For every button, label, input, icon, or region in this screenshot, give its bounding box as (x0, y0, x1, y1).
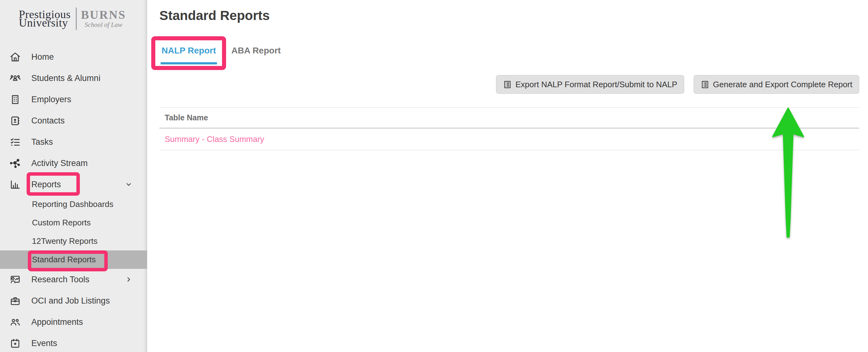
chevron-down-icon (124, 180, 133, 189)
sidebar-item-label: Students & Alumni (31, 73, 100, 83)
sidebar-item-label: Research Tools (31, 275, 90, 284)
logo-divider (76, 7, 77, 30)
sidebar-item-events[interactable]: Events (0, 332, 147, 352)
sidebar-item-tasks[interactable]: Tasks (0, 131, 147, 152)
university-name: Prestigious University (19, 10, 71, 27)
research-tools-icon (9, 274, 21, 285)
sidebar-item-label: Home (31, 52, 54, 62)
school-name: BURNS (81, 9, 126, 20)
sidebar-item-label: Events (31, 339, 57, 348)
page-title: Standard Reports (159, 8, 270, 23)
sidebar-item-label: OCI and Job Listings (31, 296, 110, 306)
report-list-icon (503, 80, 512, 89)
sidebar-item-label: Appointments (31, 317, 83, 327)
sidebar-nav: Home Students & Alumni (0, 46, 147, 352)
events-icon (9, 338, 21, 349)
sidebar-item-label: 12Twenty Reports (32, 236, 98, 246)
table-row: Summary - Class Summary (159, 129, 859, 150)
tab-aba-report[interactable]: ABA Report (231, 46, 281, 56)
table-name-column-header: Table Name (165, 113, 208, 122)
sidebar-item-label: Employers (31, 95, 71, 104)
tasks-icon (9, 136, 21, 148)
sidebar-item-students-alumni[interactable]: Students & Alumni (0, 68, 147, 89)
contacts-icon (9, 115, 21, 127)
sidebar-item-12twenty-reports[interactable]: 12Twenty Reports (0, 232, 147, 250)
export-nalp-format-button[interactable]: Export NALP Format Report/Submit to NALP (496, 75, 684, 94)
tab-nalp-report[interactable]: NALP Report (162, 46, 216, 56)
sidebar-item-reports[interactable]: Reports (0, 174, 147, 195)
summary-class-summary-link[interactable]: Summary - Class Summary (165, 134, 264, 144)
reports-icon (9, 179, 21, 190)
sidebar-item-label: Activity Stream (31, 159, 88, 168)
tab-active-underline (161, 62, 217, 64)
standard-reports-table: Table Name Summary - Class Summary (159, 107, 859, 150)
sidebar-item-home[interactable]: Home (0, 46, 147, 68)
sidebar-item-label: Custom Reports (32, 218, 91, 227)
sidebar-item-oci-job-listings[interactable]: OCI and Job Listings (0, 290, 147, 311)
school-tagline: School of Law (81, 21, 126, 29)
sidebar: Prestigious University BURNS School of L… (0, 0, 147, 352)
sidebar-item-research-tools[interactable]: Research Tools (0, 269, 147, 290)
home-icon (9, 51, 21, 63)
school-logo[interactable]: Prestigious University BURNS School of L… (19, 7, 126, 30)
students-alumni-icon (9, 73, 21, 84)
university-name-line2: University (19, 19, 71, 27)
briefcase-icon (9, 295, 21, 307)
sidebar-item-appointments[interactable]: Appointments (0, 311, 147, 332)
table-header-row: Table Name (159, 107, 859, 129)
export-nalp-format-label: Export NALP Format Report/Submit to NALP (516, 80, 677, 90)
sidebar-item-standard-reports[interactable]: Standard Reports (0, 250, 147, 269)
sidebar-item-employers[interactable]: Employers (0, 89, 147, 110)
generate-export-complete-button[interactable]: Generate and Export Complete Report (693, 75, 859, 94)
sidebar-item-label: Contacts (31, 116, 65, 126)
school-block: BURNS School of Law (81, 9, 126, 29)
chevron-right-icon (124, 275, 133, 284)
sidebar-item-contacts[interactable]: Contacts (0, 110, 147, 131)
sidebar-item-reporting-dashboards[interactable]: Reporting Dashboards (0, 195, 147, 213)
sidebar-item-label: Reporting Dashboards (32, 200, 113, 209)
main-content: Standard Reports NALP Report ABA Report … (147, 0, 868, 352)
appointments-icon (9, 316, 21, 328)
sidebar-item-label: Reports (31, 180, 61, 189)
sidebar-item-label: Tasks (31, 137, 53, 147)
activity-stream-icon (9, 157, 21, 169)
employers-icon (9, 94, 21, 105)
generate-export-complete-label: Generate and Export Complete Report (713, 80, 852, 90)
sidebar-item-custom-reports[interactable]: Custom Reports (0, 213, 147, 232)
sidebar-item-activity-stream[interactable]: Activity Stream (0, 152, 147, 174)
report-actions: Export NALP Format Report/Submit to NALP… (496, 75, 859, 94)
sidebar-item-label: Standard Reports (32, 255, 96, 265)
report-list-icon (701, 80, 710, 89)
